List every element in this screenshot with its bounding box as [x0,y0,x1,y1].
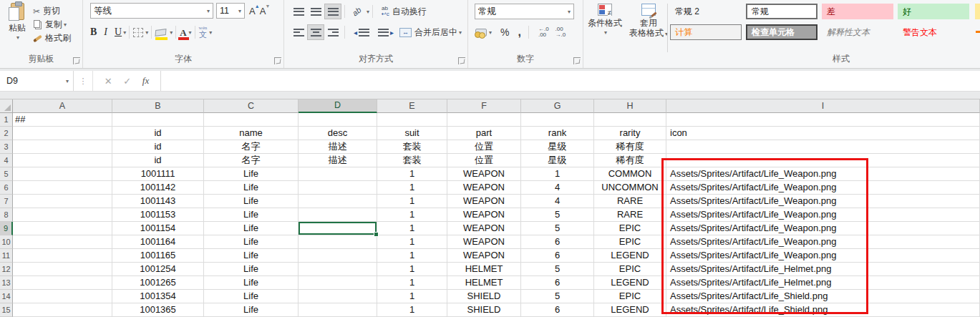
number-format-select[interactable]: 常规 ▾ [475,4,574,19]
cell-G5[interactable]: 1 [521,167,594,181]
cell-D5[interactable] [299,167,377,181]
column-header-E[interactable]: E [377,99,447,113]
cell-F11[interactable]: WEAPON [447,249,521,263]
merge-center-button[interactable]: ↔ 合并后居中 ▾ [399,26,462,39]
ellipsis-handle-icon[interactable]: ⋮ [74,77,92,86]
cell-I11[interactable]: Assets/Sprites/Artifact/Life_Weapon.png [666,249,980,263]
row-header-10[interactable]: 10 [0,235,13,249]
cell-G1[interactable] [521,113,594,127]
cell-C3[interactable]: 名字 [204,140,299,154]
cell-H4[interactable]: 稀有度 [594,154,666,167]
row-header-1[interactable]: 1 [0,113,13,127]
cell-F8[interactable]: WEAPON [447,208,521,222]
cell-B8[interactable]: 1001153 [112,208,204,222]
column-header-H[interactable]: H [594,99,666,113]
cell-I5[interactable]: Assets/Sprites/Artifact/Life_Weapon.png [666,167,980,181]
decrease-decimal-button[interactable]: .00→.0 [556,26,566,38]
accounting-format-button[interactable] [475,28,487,37]
row-header-5[interactable]: 5 [0,167,13,181]
cell-D14[interactable] [299,290,377,303]
column-header-D[interactable]: D [299,99,377,113]
cell-F4[interactable]: 位置 [447,154,521,167]
cell-B15[interactable]: 1001365 [112,303,204,317]
cell-H13[interactable]: LEGEND [594,276,666,290]
cell-D2[interactable]: desc [299,127,377,140]
cell-A8[interactable] [13,208,112,222]
cell-F5[interactable]: WEAPON [447,167,521,181]
cell-F10[interactable]: WEAPON [447,235,521,249]
cell-E12[interactable]: 1 [377,263,447,276]
cell-E3[interactable]: 套装 [377,140,447,154]
increase-decimal-button[interactable]: ←.0.00 [538,26,549,38]
cell-G6[interactable]: 4 [521,181,594,195]
cell-E13[interactable]: 1 [377,276,447,290]
cell-C5[interactable]: Life [204,167,299,181]
cell-E7[interactable]: 1 [377,195,447,208]
orientation-button[interactable]: ab [348,4,365,19]
cell-H12[interactable]: EPIC [594,263,666,276]
row-header-6[interactable]: 6 [0,181,13,195]
align-bottom-button[interactable] [324,4,341,19]
cell-G2[interactable]: rank [521,127,594,140]
font-color-button[interactable]: A [179,28,187,37]
align-top-button[interactable] [290,4,307,19]
style-calculation[interactable]: 计算 [670,24,742,40]
style-neutral-cutoff[interactable] [975,4,980,19]
row-header-8[interactable]: 8 [0,208,13,222]
cell-A5[interactable] [13,167,112,181]
cell-A9[interactable] [13,222,112,235]
cell-B14[interactable]: 1001354 [112,290,204,303]
cell-I9[interactable]: Assets/Sprites/Artifact/Life_Weapon.png [666,222,980,235]
cell-I13[interactable]: Assets/Sprites/Artifact/Life_Helmet.png [666,276,980,290]
wrap-text-button[interactable]: ab ↩c 自动换行 [382,6,427,18]
row-header-11[interactable]: 11 [0,249,13,263]
style-cutoff[interactable] [975,24,980,40]
style-good[interactable]: 好 [898,4,969,19]
select-all-corner[interactable] [0,99,13,113]
cell-F1[interactable] [447,113,521,127]
cell-D12[interactable] [299,263,377,276]
cell-F9[interactable]: WEAPON [447,222,521,235]
column-header-G[interactable]: G [521,99,594,113]
cell-F13[interactable]: HELMET [447,276,521,290]
column-header-F[interactable]: F [447,99,521,113]
paste-button[interactable]: 粘贴 ▾ [3,2,31,47]
phonetic-guide-button[interactable]: wén 文 [198,25,208,39]
cell-G13[interactable]: 6 [521,276,594,290]
cell-C14[interactable]: Life [204,290,299,303]
cell-B7[interactable]: 1001143 [112,195,204,208]
cell-A7[interactable] [13,195,112,208]
cell-A15[interactable] [13,303,112,317]
name-box[interactable]: D9 ▾ [0,71,74,91]
cell-G10[interactable]: 6 [521,235,594,249]
style-check-cell[interactable]: 检查单元格 [746,24,818,40]
cell-H3[interactable]: 稀有度 [594,140,666,154]
cancel-icon[interactable]: ✕ [105,76,112,87]
clipboard-dialog-launcher-icon[interactable] [73,57,80,64]
decrease-font-size-button[interactable]: A▼ [260,6,266,16]
cell-D9[interactable] [299,222,377,235]
row-header-15[interactable]: 15 [0,303,13,317]
cell-A3[interactable] [13,140,112,154]
cell-E10[interactable]: 1 [377,235,447,249]
cell-C8[interactable]: Life [204,208,299,222]
font-name-select[interactable]: 等线 ▾ [90,3,213,19]
cell-H15[interactable]: LEGEND [594,303,666,317]
borders-button[interactable] [132,27,144,38]
cell-G14[interactable]: 5 [521,290,594,303]
fill-color-button[interactable] [155,29,167,36]
cell-F3[interactable]: 位置 [447,140,521,154]
format-as-table-button[interactable]: 套用 表格格式▾ [626,2,671,39]
cell-A13[interactable] [13,276,112,290]
cell-E8[interactable]: 1 [377,208,447,222]
row-header-12[interactable]: 12 [0,263,13,276]
cell-D4[interactable]: 描述 [299,154,377,167]
cell-I4[interactable] [666,154,980,167]
underline-button[interactable]: U [115,26,122,38]
cell-A2[interactable] [13,127,112,140]
cell-D1[interactable] [299,113,377,127]
row-header-7[interactable]: 7 [0,195,13,208]
cell-H7[interactable]: RARE [594,195,666,208]
row-header-4[interactable]: 4 [0,154,13,167]
row-header-14[interactable]: 14 [0,290,13,303]
